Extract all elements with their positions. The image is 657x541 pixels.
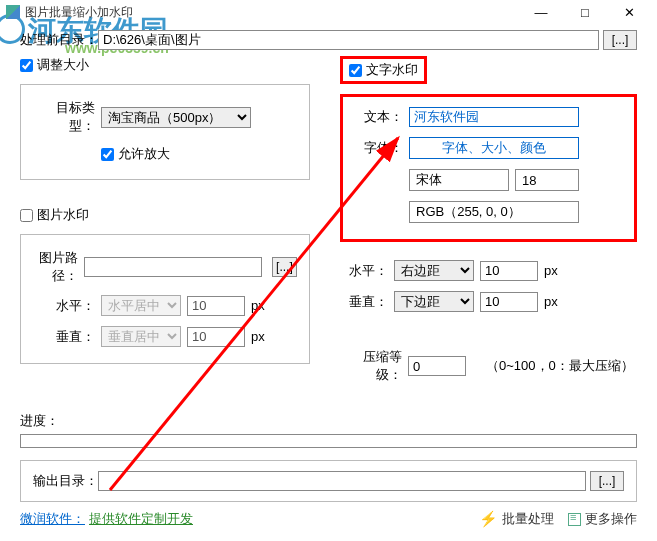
resize-checkbox[interactable]: 调整大小 (20, 56, 310, 74)
image-v-offset (187, 327, 245, 347)
image-path-browse-button[interactable]: [...] (272, 257, 297, 277)
font-color-display: RGB（255, 0, 0） (409, 201, 579, 223)
maximize-button[interactable]: □ (563, 0, 607, 24)
bolt-icon: ⚡ (479, 510, 498, 528)
text-h-offset[interactable] (480, 261, 538, 281)
text-label: 文本： (355, 108, 403, 126)
more-icon (568, 513, 581, 526)
titlebar: 图片批量缩小加水印 — □ ✕ (0, 0, 657, 24)
text-h-align-select[interactable]: 右边距 (394, 260, 474, 281)
font-name-display: 宋体 (409, 169, 509, 191)
input-dir-browse-button[interactable]: [...] (603, 30, 637, 50)
text-watermark-group: 文本： 字体： 字体、大小、颜色 宋体 18 RGB（255, 0, 0） (340, 94, 637, 242)
compress-level-input[interactable] (408, 356, 466, 376)
allow-enlarge-checkbox[interactable]: 允许放大 (101, 145, 170, 163)
more-actions-label: 更多操作 (585, 510, 637, 528)
text-v-align-select[interactable]: 下边距 (394, 291, 474, 312)
image-h-label: 水平： (33, 297, 95, 315)
highlight-text-watermark: 文字水印 (340, 56, 427, 84)
image-watermark-checkbox[interactable]: 图片水印 (20, 206, 310, 224)
font-settings-button[interactable]: 字体、大小、颜色 (409, 137, 579, 159)
text-v-unit: px (544, 294, 558, 309)
image-path-label: 图片路径： (33, 249, 78, 285)
footer: 微润软件： 提供软件定制开发 ⚡ 批量处理 更多操作 (0, 502, 657, 536)
input-dir-row: 处理前目录： [...] (20, 30, 637, 50)
text-watermark-label: 文字水印 (366, 61, 418, 79)
text-v-label: 垂直： (340, 293, 388, 311)
output-dir-label: 输出目录： (33, 472, 98, 490)
image-v-unit: px (251, 329, 265, 344)
close-button[interactable]: ✕ (607, 0, 651, 24)
text-watermark-checkbox[interactable]: 文字水印 (349, 61, 418, 79)
image-h-unit: px (251, 298, 265, 313)
batch-process-label: 批量处理 (502, 510, 554, 528)
more-actions-button[interactable]: 更多操作 (568, 510, 637, 528)
input-dir-label: 处理前目录： (20, 31, 98, 49)
progress-section: 进度： (0, 412, 657, 448)
image-watermark-group: 图片路径： [...] 水平： 水平居中 px 垂直： 垂直居中 px (20, 234, 310, 364)
image-watermark-label: 图片水印 (37, 206, 89, 224)
image-v-align-select: 垂直居中 (101, 326, 181, 347)
allow-enlarge-label: 允许放大 (118, 145, 170, 163)
compress-hint: （0~100，0：最大压缩） (486, 357, 634, 375)
image-h-align-select: 水平居中 (101, 295, 181, 316)
resize-checkbox-label: 调整大小 (37, 56, 89, 74)
minimize-button[interactable]: — (519, 0, 563, 24)
progress-bar (20, 434, 637, 448)
image-v-label: 垂直： (33, 328, 95, 346)
vendor-link[interactable]: 微润软件： (20, 510, 85, 528)
text-h-unit: px (544, 263, 558, 278)
resize-group: 目标类型： 淘宝商品（500px） 允许放大 (20, 84, 310, 180)
input-dir-field[interactable] (98, 30, 599, 50)
text-watermark-input[interactable] (409, 107, 579, 127)
output-section: 输出目录： [...] (20, 460, 637, 502)
progress-label: 进度： (20, 413, 59, 428)
text-v-offset[interactable] (480, 292, 538, 312)
batch-process-button[interactable]: ⚡ 批量处理 (479, 510, 554, 528)
font-label: 字体： (355, 139, 403, 157)
service-link[interactable]: 提供软件定制开发 (89, 510, 193, 528)
text-h-label: 水平： (340, 262, 388, 280)
output-dir-field[interactable] (98, 471, 586, 491)
font-size-display: 18 (515, 169, 579, 191)
target-type-select[interactable]: 淘宝商品（500px） (101, 107, 251, 128)
compress-label: 压缩等级： (340, 348, 402, 384)
image-h-offset (187, 296, 245, 316)
output-dir-browse-button[interactable]: [...] (590, 471, 624, 491)
app-icon (6, 5, 20, 19)
target-type-label: 目标类型： (33, 99, 95, 135)
image-path-field (84, 257, 262, 277)
window-title: 图片批量缩小加水印 (25, 4, 519, 21)
